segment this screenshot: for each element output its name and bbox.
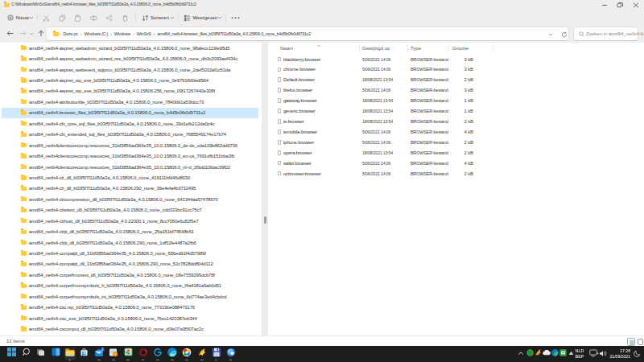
svg-text:2: 2 bbox=[101, 348, 104, 352]
